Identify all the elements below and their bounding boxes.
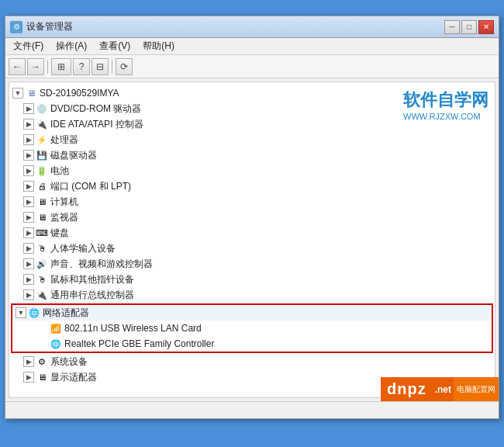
wifi-spacer — [37, 323, 48, 334]
port-icon: 🖨 — [36, 180, 48, 192]
tree-item-battery[interactable]: ▶ 🔋 电池 — [9, 163, 495, 178]
sound-expand-icon[interactable]: ▶ — [23, 258, 34, 269]
menu-bar: 文件(F) 操作(A) 查看(V) 帮助(H) — [5, 38, 499, 55]
window-icon: ⚙ — [10, 21, 22, 33]
battery-expand-icon[interactable]: ▶ — [23, 165, 34, 176]
toolbar: ← → ⊞ ? ⊟ ⟳ — [5, 55, 499, 78]
properties-button[interactable]: ⊞ — [51, 58, 71, 75]
battery-icon: 🔋 — [36, 165, 48, 177]
hid-expand-icon[interactable]: ▶ — [23, 243, 34, 254]
dnpz-tag-text: 电脑配置网 — [457, 384, 495, 395]
system-expand-icon[interactable]: ▶ — [23, 356, 34, 367]
tree-item-port[interactable]: ▶ 🖨 端口 (COM 和 LPT) — [9, 178, 495, 194]
tree-item-monitor[interactable]: ▶ 🖥 监视器 — [9, 210, 495, 225]
display-label: 显示适配器 — [50, 371, 97, 384]
monitor-icon: 🖥 — [36, 211, 48, 224]
menu-action[interactable]: 操作(A) — [51, 38, 91, 54]
menu-help[interactable]: 帮助(H) — [138, 38, 179, 54]
watermark: 软件自学网 WWW.RJZXW.COM — [403, 88, 488, 121]
sound-label: 声音、视频和游戏控制器 — [50, 258, 153, 271]
close-button[interactable]: ✕ — [478, 20, 494, 34]
tree-item-keyboard[interactable]: ▶ ⌨ 键盘 — [9, 225, 495, 241]
dnpz-badge: dnpz — [381, 377, 433, 401]
battery-label: 电池 — [50, 165, 69, 178]
network-label: 网络适配器 — [43, 307, 89, 320]
status-bar — [5, 401, 499, 418]
toolbar-separator-2 — [112, 60, 112, 74]
port-expand-icon[interactable]: ▶ — [23, 181, 34, 192]
usb-expand-icon[interactable]: ▶ — [23, 289, 34, 300]
dvd-icon: 💿 — [36, 102, 48, 115]
cpu-icon: ⚡ — [36, 133, 48, 146]
menu-view[interactable]: 查看(V) — [95, 38, 135, 54]
ethernet-icon: 🌐 — [50, 338, 62, 350]
watermark-main-text: 软件自学网 — [403, 88, 488, 112]
toolbar-separator-1 — [47, 60, 48, 74]
tree-item-ethernet[interactable]: 🌐 Realtek PCIe GBE Family Controller — [12, 336, 492, 352]
ide-expand-icon[interactable]: ▶ — [23, 119, 34, 130]
device-tree[interactable]: ▼ 🖥 SD-20190529IMYA ▶ 💿 DVD/CD-ROM 驱动器 ▶… — [9, 81, 495, 398]
ide-icon: 🔌 — [36, 118, 48, 130]
dvd-expand-icon[interactable]: ▶ — [23, 103, 34, 114]
content-area: ▼ 🖥 SD-20190529IMYA ▶ 💿 DVD/CD-ROM 驱动器 ▶… — [5, 78, 499, 401]
dnpz-logo: dnpz .net 电脑配置网 — [381, 377, 499, 401]
tree-item-network[interactable]: ▼ 🌐 网络适配器 — [12, 305, 492, 321]
network-icon: 🌐 — [28, 307, 40, 319]
disk-icon: 💾 — [36, 149, 48, 161]
hid-icon: 🖱 — [36, 242, 48, 255]
monitor-expand-icon[interactable]: ▶ — [23, 212, 34, 223]
tree-item-wifi[interactable]: 📶 802.11n USB Wireless LAN Card — [12, 321, 492, 336]
tree-item-mouse[interactable]: ▶ 🖱 鼠标和其他指针设备 — [9, 272, 495, 287]
system-label: 系统设备 — [50, 355, 88, 369]
display-expand-icon[interactable]: ▶ — [23, 372, 34, 383]
root-expand-icon[interactable]: ▼ — [12, 88, 23, 99]
computer-icon: 🖥 — [36, 196, 48, 208]
monitor-label: 监视器 — [50, 211, 78, 224]
hid-label: 人体学输入设备 — [50, 242, 116, 255]
network-section: ▼ 🌐 网络适配器 📶 802.11n USB Wireless LAN Car… — [11, 303, 493, 353]
tree-item-cpu[interactable]: ▶ ⚡ 处理器 — [9, 132, 495, 147]
watermark-sub-text: WWW.RJZXW.COM — [403, 112, 488, 121]
dnpz-dot: .net — [433, 377, 454, 401]
disk-expand-icon[interactable]: ▶ — [23, 150, 34, 161]
menu-file[interactable]: 文件(F) — [9, 38, 48, 54]
refresh-button[interactable]: ⟳ — [116, 58, 133, 75]
keyboard-expand-icon[interactable]: ▶ — [23, 227, 34, 238]
computer-expand-icon[interactable]: ▶ — [23, 196, 34, 207]
ethernet-label: Realtek PCIe GBE Family Controller — [64, 338, 214, 349]
tree-item-sound[interactable]: ▶ 🔊 声音、视频和游戏控制器 — [9, 256, 495, 272]
usb-label: 通用串行总线控制器 — [50, 289, 134, 302]
tree-item-system[interactable]: ▶ ⚙ 系统设备 — [9, 354, 495, 369]
title-bar: ⚙ 设备管理器 ─ □ ✕ — [5, 16, 499, 38]
usb-icon: 🔌 — [36, 289, 48, 301]
tree-item-computer[interactable]: ▶ 🖥 计算机 — [9, 194, 495, 210]
keyboard-icon: ⌨ — [36, 227, 48, 239]
tree-item-disk[interactable]: ▶ 💾 磁盘驱动器 — [9, 147, 495, 163]
mouse-expand-icon[interactable]: ▶ — [23, 274, 34, 285]
dvd-label: DVD/CD-ROM 驱动器 — [50, 102, 141, 116]
back-button[interactable]: ← — [9, 58, 26, 75]
tree-item-usb[interactable]: ▶ 🔌 通用串行总线控制器 — [9, 287, 495, 303]
mouse-label: 鼠标和其他指针设备 — [50, 273, 134, 286]
root-label: SD-20190529IMYA — [40, 88, 119, 99]
maximize-button[interactable]: □ — [461, 20, 477, 34]
cpu-expand-icon[interactable]: ▶ — [23, 134, 34, 145]
help-button[interactable]: ? — [73, 58, 90, 75]
display-icon: 🖥 — [36, 371, 48, 383]
window-title: 设备管理器 — [26, 20, 73, 33]
ethernet-spacer — [37, 338, 48, 349]
computer-label: 计算机 — [50, 196, 78, 209]
tree-item-hid[interactable]: ▶ 🖱 人体学输入设备 — [9, 241, 495, 256]
minimize-button[interactable]: ─ — [444, 20, 460, 34]
minus-button[interactable]: ⊟ — [91, 58, 109, 75]
ide-label: IDE ATA/ATAPI 控制器 — [50, 118, 143, 131]
port-label: 端口 (COM 和 LPT) — [50, 180, 131, 193]
system-icon: ⚙ — [36, 355, 48, 368]
disk-label: 磁盘驱动器 — [50, 149, 97, 162]
root-icon: 🖥 — [25, 87, 37, 99]
wifi-label: 802.11n USB Wireless LAN Card — [64, 323, 202, 334]
forward-button[interactable]: → — [27, 58, 44, 75]
network-expand-icon[interactable]: ▼ — [16, 307, 26, 318]
sound-icon: 🔊 — [36, 258, 48, 270]
cpu-label: 处理器 — [50, 133, 78, 147]
